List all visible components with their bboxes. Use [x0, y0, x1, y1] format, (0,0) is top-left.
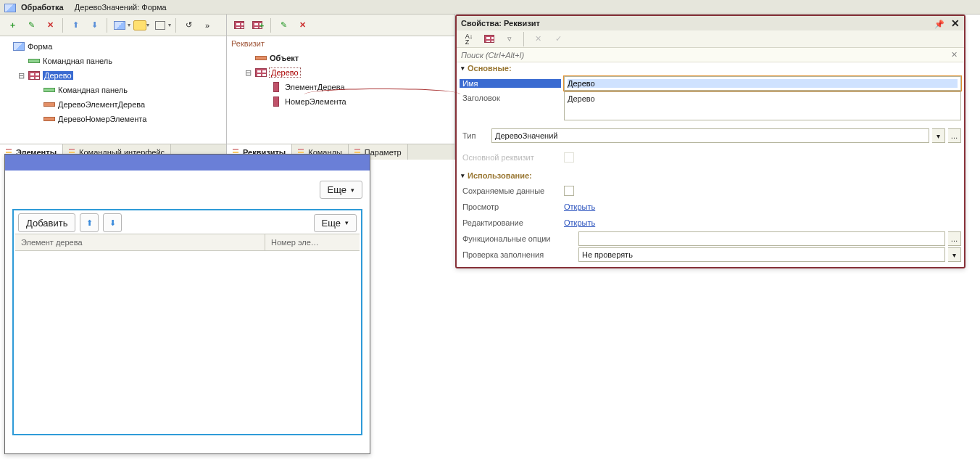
preview-titlebar: [5, 155, 370, 171]
apply-icon[interactable]: ✓: [550, 31, 566, 47]
properties-titlebar: Свойства: Реквизит 📌 ✕: [457, 16, 964, 30]
preview-grid: Добавить ⬆ ⬇ Еще▾ Элемент дерева Номер э…: [12, 209, 362, 435]
col-element[interactable]: Элемент дерева: [15, 234, 265, 250]
layout-icon[interactable]: [152, 17, 168, 33]
elements-toolbar: ＋ ✎ ✕ ⬆ ⬇ ▾ ▾ ▾ ↺ »: [0, 15, 226, 36]
label-edit: Редактирование: [460, 218, 561, 227]
input-type[interactable]: ДеревоЗначений: [491, 128, 929, 143]
close-icon[interactable]: ✕: [951, 17, 960, 29]
input-title[interactable]: Дерево: [564, 91, 961, 120]
move-row-down-button[interactable]: ⬇: [103, 213, 122, 232]
fillcheck-dropdown-icon[interactable]: ▾: [948, 247, 961, 262]
edit-icon[interactable]: ✎: [23, 17, 39, 33]
preview-grid-toolbar: Добавить ⬆ ⬇ Еще▾: [15, 212, 360, 234]
label-savedata: Сохраняемые данные: [460, 186, 561, 195]
prop-row-view: Просмотр Открыть: [460, 199, 961, 215]
prop-row-savedata: Сохраняемые данные: [460, 183, 961, 199]
tree-node-mid-elem[interactable]: ЭлементДерева: [228, 80, 453, 94]
tree-node-cmdpanel[interactable]: Командная панель: [1, 54, 225, 68]
funcopt-more-icon[interactable]: …: [948, 231, 961, 246]
link-edit[interactable]: Открыть: [564, 218, 595, 227]
move-row-up-button[interactable]: ⬆: [80, 213, 99, 232]
edit-req-icon[interactable]: ✎: [275, 17, 291, 33]
properties-search[interactable]: ✕: [457, 48, 964, 62]
more-button-top[interactable]: Еще▾: [320, 181, 362, 199]
label-title: Заголовок: [460, 91, 561, 102]
tree-node-object[interactable]: Объект: [228, 51, 453, 65]
pin-icon[interactable]: 📌: [934, 20, 944, 28]
tree-node-mid-derevo[interactable]: ⊟Дерево: [228, 65, 453, 80]
prop-row-edit: Редактирование Открыть: [460, 215, 961, 231]
properties-title: Свойства: Реквизит: [461, 16, 540, 30]
move-up-icon[interactable]: ⬆: [67, 17, 83, 33]
add-row-button[interactable]: Добавить: [18, 213, 75, 232]
tree-node-derevo[interactable]: ⊟Дерево: [1, 68, 225, 83]
tree-node-derevo-num[interactable]: ДеревоНомерЭлемента: [1, 112, 225, 126]
label-view: Просмотр: [460, 202, 561, 211]
select-fillcheck[interactable]: Не проверять: [578, 247, 945, 262]
sort-az-icon[interactable]: A↓Z: [461, 31, 477, 47]
checkbox-mainreq[interactable]: [564, 152, 574, 163]
checkbox-savedata[interactable]: [564, 186, 574, 196]
filter-icon[interactable]: ▿: [502, 31, 518, 47]
link-view[interactable]: Открыть: [564, 202, 595, 211]
form-preview: Еще▾ Добавить ⬆ ⬇ Еще▾ Элемент дерева Но…: [4, 154, 370, 454]
title-rest: ДеревоЗначений: Форма: [75, 3, 167, 12]
overflow-icon[interactable]: »: [199, 17, 215, 33]
form-icon: [4, 4, 16, 12]
categories-icon[interactable]: [481, 31, 497, 47]
delete-req-icon[interactable]: ✕: [294, 17, 310, 33]
requisites-caption: Реквизит: [227, 36, 454, 51]
properties-region: Свойства: Реквизит 📌 ✕ A↓Z ▿ ✕ ✓ ✕ ▾Осно: [455, 15, 980, 460]
tree-node-form[interactable]: Форма: [1, 39, 225, 54]
prop-row-type: Тип ДеревоЗначений ▾ …: [460, 128, 961, 144]
col-number[interactable]: Номер эле…: [265, 234, 360, 250]
requisites-tree[interactable]: Объект ⊟Дерево ЭлементДерева НомерЭлемен…: [227, 51, 454, 144]
tree-node-derevo-cmdpanel[interactable]: Командная панель: [1, 83, 225, 97]
preview-table-header: Элемент дерева Номер эле…: [15, 234, 360, 251]
type-more-icon[interactable]: …: [948, 128, 961, 143]
prop-row-mainreq: Основной реквизит: [460, 149, 961, 165]
label-fillcheck: Проверка заполнения: [460, 250, 576, 259]
title-prefix: Обработка: [21, 3, 63, 12]
input-name[interactable]: [564, 76, 961, 91]
section-main[interactable]: ▾Основные:: [457, 62, 964, 74]
grid-view-icon[interactable]: [112, 17, 128, 33]
panel-icon[interactable]: [133, 20, 146, 30]
prop-row-funcopt: Функциональные опции …: [460, 231, 961, 247]
label-funcopt: Функциональные опции: [460, 234, 576, 243]
clear-icon[interactable]: ✕: [530, 31, 546, 47]
elements-pane: ＋ ✎ ✕ ⬆ ⬇ ▾ ▾ ▾ ↺ » Форма Командная пане…: [0, 15, 227, 160]
move-down-icon[interactable]: ⬇: [86, 17, 102, 33]
label-mainreq: Основной реквизит: [460, 153, 561, 162]
input-funcopt[interactable]: [578, 231, 945, 246]
properties-search-input[interactable]: [461, 51, 948, 59]
more-button-grid[interactable]: Еще▾: [314, 214, 357, 232]
preview-table-body[interactable]: [15, 251, 360, 432]
properties-panel: Свойства: Реквизит 📌 ✕ A↓Z ▿ ✕ ✓ ✕ ▾Осно: [455, 15, 966, 268]
label-type: Тип: [460, 131, 489, 140]
tree-node-mid-num[interactable]: НомерЭлемента: [228, 94, 453, 109]
clear-search-icon[interactable]: ✕: [948, 50, 960, 59]
add-col-icon[interactable]: +: [250, 17, 266, 33]
label-name: Имя: [460, 79, 561, 88]
requisites-toolbar: + ✎ ✕: [227, 15, 454, 36]
properties-toolbar: A↓Z ▿ ✕ ✓: [457, 30, 964, 48]
tree-node-derevo-elem[interactable]: ДеревоЭлементДерева: [1, 97, 225, 112]
requisites-pane: + ✎ ✕ Реквизит Объект ⊟Дерево ЭлементДер…: [227, 15, 455, 160]
type-dropdown-icon[interactable]: ▾: [932, 128, 945, 143]
elements-tree[interactable]: Форма Командная панель ⊟Дерево Командная…: [0, 36, 226, 144]
add-req-icon[interactable]: [231, 17, 247, 33]
section-usage[interactable]: ▾Использование:: [457, 170, 964, 181]
prop-row-fillcheck: Проверка заполнения Не проверять ▾: [460, 247, 961, 263]
app-title: Обработка ДеревоЗначений: Форма: [0, 0, 980, 15]
prop-row-name: Имя: [460, 75, 961, 91]
delete-icon[interactable]: ✕: [42, 17, 58, 33]
prop-row-title: Заголовок Дерево: [460, 91, 961, 122]
swap-icon[interactable]: ↺: [180, 17, 196, 33]
add-icon[interactable]: ＋: [4, 17, 20, 33]
